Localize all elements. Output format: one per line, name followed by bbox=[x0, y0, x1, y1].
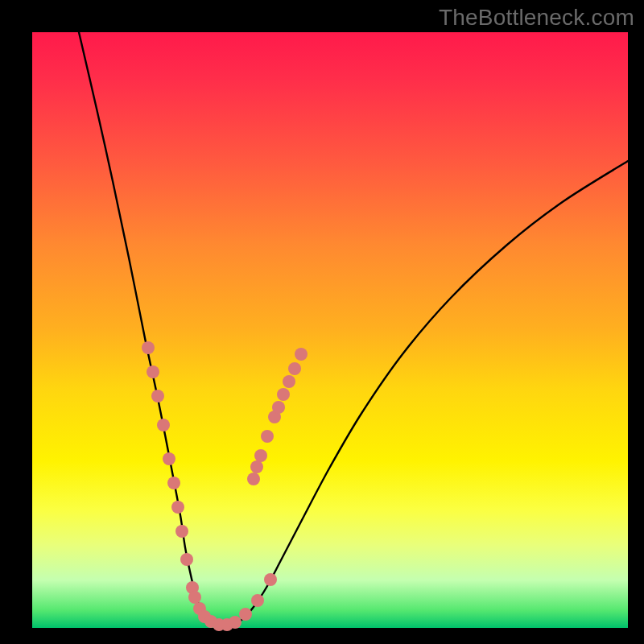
highlight-dot bbox=[163, 452, 175, 465]
highlight-dot bbox=[288, 362, 301, 375]
highlight-dot bbox=[264, 573, 277, 586]
highlight-dot bbox=[251, 594, 264, 607]
highlight-dot bbox=[188, 591, 201, 604]
highlight-dot bbox=[180, 553, 193, 566]
curve-svg bbox=[32, 32, 628, 628]
chart-container: TheBottleneck.com bbox=[0, 0, 644, 644]
highlight-dot bbox=[151, 390, 164, 402]
highlight-dot bbox=[272, 401, 285, 414]
highlight-dot bbox=[147, 365, 159, 378]
highlight-dot bbox=[171, 501, 184, 514]
highlight-dot bbox=[254, 449, 267, 462]
highlight-dot bbox=[250, 460, 263, 473]
highlight-dot bbox=[229, 616, 242, 629]
highlight-dot bbox=[283, 375, 295, 388]
highlight-dot bbox=[277, 388, 290, 401]
highlight-dot bbox=[142, 341, 155, 354]
highlight-dot bbox=[175, 525, 188, 538]
plot-area bbox=[32, 32, 628, 628]
highlight-dot bbox=[157, 419, 170, 431]
highlight-dot bbox=[247, 473, 260, 485]
highlight-dot bbox=[295, 348, 308, 361]
highlight-dot bbox=[167, 477, 180, 489]
bottleneck-curve bbox=[79, 32, 628, 625]
watermark-text: TheBottleneck.com bbox=[439, 5, 634, 31]
highlight-dots-group bbox=[142, 341, 308, 631]
highlight-dot bbox=[261, 430, 274, 443]
highlight-dot bbox=[239, 608, 252, 621]
